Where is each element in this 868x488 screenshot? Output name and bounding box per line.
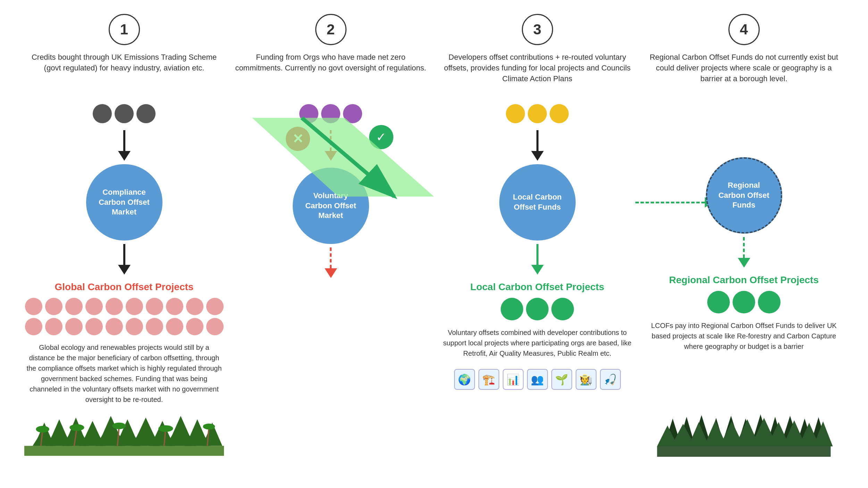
- red-dashed-arrow-bottom: [325, 247, 337, 278]
- pink-dot-18: [166, 318, 183, 335]
- pink-dot-12: [45, 318, 62, 335]
- black-line-3: [536, 130, 539, 151]
- dashed-green-arrow-4: [738, 237, 750, 268]
- svg-point-32: [158, 425, 173, 432]
- black-line-1b: [123, 244, 125, 265]
- icon-building: 🏗️: [478, 369, 499, 390]
- page: 1 Credits bought through UK Emissions Tr…: [0, 0, 868, 488]
- pink-dot-17: [146, 318, 163, 335]
- icon-chart: 📊: [503, 369, 524, 390]
- green-dot-4-1: [707, 291, 730, 313]
- arrow-down-3: [531, 130, 544, 161]
- green-arrow-down-3: [531, 244, 544, 275]
- full-layout: 1 Credits bought through UK Emissions Tr…: [21, 14, 847, 457]
- green-line-3: [536, 244, 539, 265]
- svg-point-30: [112, 422, 126, 429]
- dashed-green-head-4: [738, 258, 750, 268]
- red-dashed-line-1: [330, 130, 332, 151]
- step-3-circle: 3: [522, 14, 553, 45]
- check-badge: ✓: [369, 125, 393, 149]
- green-dot-4-3: [758, 291, 781, 313]
- step-1-circle: 1: [109, 14, 140, 45]
- step-1-description: Credits bought through UK Emissions Trad…: [24, 52, 224, 94]
- pink-dot-14: [85, 318, 103, 335]
- regional-projects-label: Regional Carbon Offset Projects: [669, 275, 819, 286]
- dashed-green-line-4: [743, 237, 745, 258]
- icon-fish: 🎣: [600, 369, 621, 390]
- svg-point-26: [36, 426, 49, 432]
- pink-dot-8: [166, 298, 183, 315]
- pink-dot-3: [65, 298, 83, 315]
- green-dot-3-3: [551, 298, 574, 320]
- pink-dot-15: [106, 318, 123, 335]
- dot-purple-1: [299, 104, 318, 123]
- green-dot-3-1: [501, 298, 523, 320]
- red-dashed-arrow-top: [325, 130, 337, 161]
- dot-yellow-2: [528, 104, 547, 123]
- dot-purple-2: [321, 104, 340, 123]
- step-2-circle: 2: [315, 14, 347, 45]
- pink-dot-19: [186, 318, 203, 335]
- green-dots-row-3: [501, 298, 574, 320]
- svg-point-28: [69, 424, 84, 431]
- step-4-description: Regional Carbon Offset Funds do not curr…: [644, 52, 844, 94]
- step-2-dots: [299, 104, 362, 123]
- pink-dot-4: [85, 298, 103, 315]
- dot-yellow-3: [550, 104, 569, 123]
- arrow-down-1b: [118, 244, 131, 275]
- step-1-dots: [93, 104, 156, 123]
- pink-dot-9: [186, 298, 203, 315]
- black-head-1b: [118, 265, 131, 275]
- forest-svg-col4: [644, 412, 844, 457]
- green-dot-4-2: [733, 291, 755, 313]
- arrow-down-1: [118, 130, 131, 161]
- pink-dot-11: [25, 318, 42, 335]
- column-2: 2 Funding from Orgs who have made net ze…: [227, 14, 434, 457]
- dot-dark-1: [93, 104, 112, 123]
- dot-dark-2: [115, 104, 134, 123]
- pink-dots-row: [24, 298, 224, 335]
- black-head-1: [118, 151, 131, 161]
- pink-dot-13: [65, 318, 83, 335]
- svg-rect-3: [24, 446, 224, 456]
- dot-yellow-1: [506, 104, 525, 123]
- icon-farmer: 🧑‍🌾: [576, 369, 596, 390]
- pink-dot-16: [126, 318, 143, 335]
- pink-dot-10: [206, 298, 224, 315]
- pink-dot-7: [146, 298, 163, 315]
- voluntary-circle: Voluntary Carbon Offset Market: [293, 168, 369, 244]
- step-4-bottom-text: LCOFs pay into Regional Carbon Offset Fu…: [644, 320, 844, 352]
- forest-col4: [644, 412, 844, 457]
- green-dots-row-4: [707, 291, 781, 313]
- step-1-bottom-text: Global ecology and renewables projects w…: [24, 342, 224, 405]
- icon-people: 👥: [527, 369, 548, 390]
- black-head-3: [531, 151, 544, 161]
- forest-col1: [24, 412, 224, 457]
- pink-dot-2: [45, 298, 62, 315]
- black-line-1: [123, 130, 125, 151]
- column-1: 1 Credits bought through UK Emissions Tr…: [21, 14, 227, 457]
- step-4-circle: 4: [728, 14, 760, 45]
- pink-dot-6: [126, 298, 143, 315]
- global-projects-label: Global Carbon Offset Projects: [55, 281, 194, 293]
- red-dashed-head-2: [325, 268, 337, 278]
- step-3-bottom-text: Voluntary offsets combined with develope…: [437, 327, 637, 359]
- svg-point-34: [203, 423, 215, 429]
- red-dashed-head-1: [325, 151, 337, 161]
- icons-row-3: 🌍 🏗️ 📊 👥 🌱 🧑‍🌾 🎣: [454, 369, 621, 390]
- dot-purple-3: [343, 104, 362, 123]
- compliance-circle: Compliance Carbon Offset Market: [86, 164, 162, 241]
- red-dashed-line-2: [330, 247, 332, 268]
- step-3-description: Developers offset contributions + re-rou…: [437, 52, 637, 94]
- regional-carbon-circle: Regional Carbon Offset Funds: [706, 157, 782, 234]
- pink-dot-5: [106, 298, 123, 315]
- local-circle-wrapper: Local Carbon Offset Funds: [437, 161, 637, 244]
- icon-leaf: 🌱: [551, 369, 572, 390]
- pink-dot-20: [206, 318, 224, 335]
- dot-dark-3: [136, 104, 156, 123]
- green-dot-3-2: [526, 298, 549, 320]
- svg-rect-35: [657, 446, 831, 457]
- forest-svg-col1: [24, 412, 224, 457]
- pink-dot-1: [25, 298, 42, 315]
- column-4: 4 Regional Carbon Offset Funds do not cu…: [641, 14, 847, 457]
